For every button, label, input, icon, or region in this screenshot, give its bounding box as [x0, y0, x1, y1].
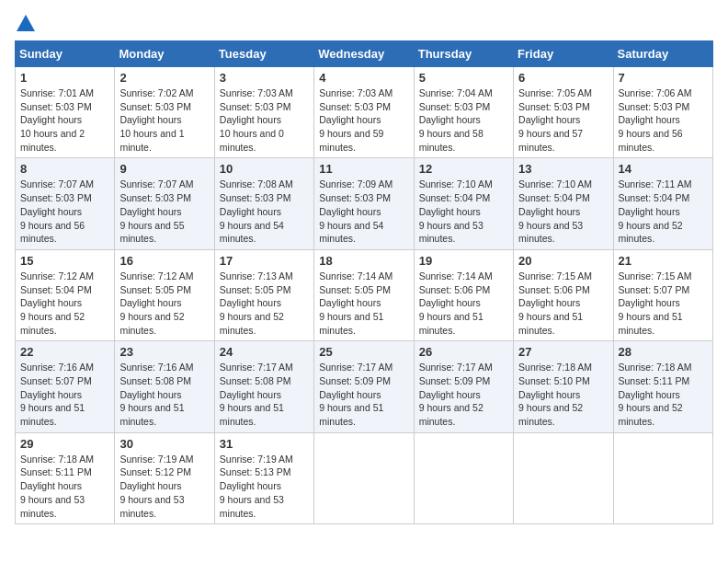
day-number: 24 — [220, 345, 309, 359]
cell-info: Sunrise: 7:03 AM Sunset: 5:03 PM Dayligh… — [319, 86, 408, 154]
day-number: 13 — [518, 162, 608, 176]
cell-info: Sunrise: 7:19 AM Sunset: 5:13 PM Dayligh… — [220, 453, 309, 520]
cell-info: Sunrise: 7:01 AM Sunset: 5:03 PM Dayligh… — [20, 86, 109, 154]
column-header-monday: Monday — [115, 41, 214, 67]
calendar-cell: 5 Sunrise: 7:04 AM Sunset: 5:03 PM Dayli… — [414, 67, 513, 158]
calendar-cell: 3 Sunrise: 7:03 AM Sunset: 5:03 PM Dayli… — [214, 67, 313, 158]
calendar-cell: 26 Sunrise: 7:17 AM Sunset: 5:09 PM Dayl… — [414, 341, 513, 432]
calendar-cell — [414, 432, 513, 523]
calendar-cell: 31 Sunrise: 7:19 AM Sunset: 5:13 PM Dayl… — [214, 432, 313, 523]
day-number: 28 — [619, 345, 708, 359]
calendar-cell — [613, 432, 712, 523]
day-number: 31 — [220, 437, 309, 451]
day-number: 10 — [220, 162, 309, 176]
calendar-cell: 17 Sunrise: 7:13 AM Sunset: 5:05 PM Dayl… — [214, 249, 313, 340]
day-number: 25 — [319, 345, 408, 359]
cell-info: Sunrise: 7:07 AM Sunset: 5:03 PM Dayligh… — [20, 178, 109, 245]
calendar-cell: 10 Sunrise: 7:08 AM Sunset: 5:03 PM Dayl… — [214, 158, 313, 249]
calendar-cell: 22 Sunrise: 7:16 AM Sunset: 5:07 PM Dayl… — [16, 341, 115, 432]
day-number: 14 — [619, 162, 708, 176]
cell-info: Sunrise: 7:18 AM Sunset: 5:11 PM Dayligh… — [619, 361, 708, 428]
cell-info: Sunrise: 7:15 AM Sunset: 5:06 PM Dayligh… — [518, 270, 608, 337]
column-header-thursday: Thursday — [414, 41, 513, 67]
day-number: 1 — [20, 71, 109, 85]
cell-info: Sunrise: 7:11 AM Sunset: 5:04 PM Dayligh… — [619, 178, 708, 245]
calendar-table: SundayMondayTuesdayWednesdayThursdayFrid… — [15, 40, 713, 524]
cell-info: Sunrise: 7:17 AM Sunset: 5:09 PM Dayligh… — [419, 361, 508, 428]
calendar-cell: 11 Sunrise: 7:09 AM Sunset: 5:03 PM Dayl… — [314, 158, 414, 249]
cell-info: Sunrise: 7:18 AM Sunset: 5:11 PM Dayligh… — [20, 453, 109, 520]
calendar-cell: 12 Sunrise: 7:10 AM Sunset: 5:04 PM Dayl… — [414, 158, 513, 249]
cell-info: Sunrise: 7:15 AM Sunset: 5:07 PM Dayligh… — [619, 270, 708, 337]
calendar-cell: 23 Sunrise: 7:16 AM Sunset: 5:08 PM Dayl… — [115, 341, 214, 432]
calendar-week-row: 15 Sunrise: 7:12 AM Sunset: 5:04 PM Dayl… — [16, 249, 713, 340]
calendar-cell: 24 Sunrise: 7:17 AM Sunset: 5:08 PM Dayl… — [214, 341, 313, 432]
day-number: 16 — [119, 254, 209, 268]
calendar-cell: 15 Sunrise: 7:12 AM Sunset: 5:04 PM Dayl… — [16, 249, 115, 340]
cell-info: Sunrise: 7:10 AM Sunset: 5:04 PM Dayligh… — [419, 178, 508, 245]
calendar-cell: 9 Sunrise: 7:07 AM Sunset: 5:03 PM Dayli… — [115, 158, 214, 249]
day-number: 7 — [619, 71, 708, 85]
cell-info: Sunrise: 7:13 AM Sunset: 5:05 PM Dayligh… — [220, 270, 309, 337]
cell-info: Sunrise: 7:17 AM Sunset: 5:09 PM Dayligh… — [319, 361, 408, 428]
day-number: 21 — [619, 254, 708, 268]
calendar-cell: 19 Sunrise: 7:14 AM Sunset: 5:06 PM Dayl… — [414, 249, 513, 340]
day-number: 2 — [119, 71, 209, 85]
column-header-tuesday: Tuesday — [214, 41, 313, 67]
calendar-cell: 8 Sunrise: 7:07 AM Sunset: 5:03 PM Dayli… — [16, 158, 115, 249]
day-number: 27 — [518, 345, 608, 359]
cell-info: Sunrise: 7:17 AM Sunset: 5:08 PM Dayligh… — [220, 361, 309, 428]
calendar-cell: 1 Sunrise: 7:01 AM Sunset: 5:03 PM Dayli… — [16, 67, 115, 158]
calendar-cell: 27 Sunrise: 7:18 AM Sunset: 5:10 PM Dayl… — [514, 341, 613, 432]
day-number: 11 — [319, 162, 408, 176]
day-number: 18 — [319, 254, 408, 268]
calendar-cell — [514, 432, 613, 523]
cell-info: Sunrise: 7:04 AM Sunset: 5:03 PM Dayligh… — [419, 86, 508, 154]
day-number: 29 — [20, 437, 109, 451]
calendar-cell — [314, 432, 414, 523]
calendar-week-row: 8 Sunrise: 7:07 AM Sunset: 5:03 PM Dayli… — [16, 158, 713, 249]
day-number: 23 — [119, 345, 209, 359]
cell-info: Sunrise: 7:16 AM Sunset: 5:07 PM Dayligh… — [20, 361, 109, 428]
calendar-cell: 14 Sunrise: 7:11 AM Sunset: 5:04 PM Dayl… — [613, 158, 712, 249]
day-number: 19 — [419, 254, 508, 268]
calendar-cell: 30 Sunrise: 7:19 AM Sunset: 5:12 PM Dayl… — [115, 432, 214, 523]
cell-info: Sunrise: 7:14 AM Sunset: 5:05 PM Dayligh… — [319, 270, 408, 337]
cell-info: Sunrise: 7:16 AM Sunset: 5:08 PM Dayligh… — [119, 361, 209, 428]
day-number: 9 — [119, 162, 209, 176]
day-number: 15 — [20, 254, 109, 268]
day-number: 6 — [518, 71, 608, 85]
calendar-cell: 25 Sunrise: 7:17 AM Sunset: 5:09 PM Dayl… — [314, 341, 414, 432]
day-number: 17 — [220, 254, 309, 268]
cell-info: Sunrise: 7:19 AM Sunset: 5:12 PM Dayligh… — [119, 453, 209, 520]
cell-info: Sunrise: 7:14 AM Sunset: 5:06 PM Dayligh… — [419, 270, 508, 337]
logo-triangle-icon — [17, 15, 35, 31]
calendar-cell: 7 Sunrise: 7:06 AM Sunset: 5:03 PM Dayli… — [613, 67, 712, 158]
calendar-cell: 28 Sunrise: 7:18 AM Sunset: 5:11 PM Dayl… — [613, 341, 712, 432]
cell-info: Sunrise: 7:12 AM Sunset: 5:05 PM Dayligh… — [119, 270, 209, 337]
calendar-week-row: 22 Sunrise: 7:16 AM Sunset: 5:07 PM Dayl… — [16, 341, 713, 432]
day-number: 12 — [419, 162, 508, 176]
cell-info: Sunrise: 7:05 AM Sunset: 5:03 PM Dayligh… — [518, 86, 608, 154]
calendar-cell: 21 Sunrise: 7:15 AM Sunset: 5:07 PM Dayl… — [613, 249, 712, 340]
column-header-sunday: Sunday — [16, 41, 115, 67]
cell-info: Sunrise: 7:06 AM Sunset: 5:03 PM Dayligh… — [619, 86, 708, 154]
calendar-cell: 4 Sunrise: 7:03 AM Sunset: 5:03 PM Dayli… — [314, 67, 414, 158]
page-header — [15, 15, 713, 33]
calendar-cell: 6 Sunrise: 7:05 AM Sunset: 5:03 PM Dayli… — [514, 67, 613, 158]
calendar-week-row: 29 Sunrise: 7:18 AM Sunset: 5:11 PM Dayl… — [16, 432, 713, 523]
calendar-cell: 13 Sunrise: 7:10 AM Sunset: 5:04 PM Dayl… — [514, 158, 613, 249]
column-header-saturday: Saturday — [613, 41, 712, 67]
day-number: 3 — [220, 71, 309, 85]
calendar-cell: 16 Sunrise: 7:12 AM Sunset: 5:05 PM Dayl… — [115, 249, 214, 340]
day-number: 22 — [20, 345, 109, 359]
day-number: 26 — [419, 345, 508, 359]
cell-info: Sunrise: 7:02 AM Sunset: 5:03 PM Dayligh… — [119, 86, 209, 154]
calendar-cell: 18 Sunrise: 7:14 AM Sunset: 5:05 PM Dayl… — [314, 249, 414, 340]
day-number: 8 — [20, 162, 109, 176]
calendar-cell: 20 Sunrise: 7:15 AM Sunset: 5:06 PM Dayl… — [514, 249, 613, 340]
cell-info: Sunrise: 7:03 AM Sunset: 5:03 PM Dayligh… — [220, 86, 309, 154]
cell-info: Sunrise: 7:07 AM Sunset: 5:03 PM Dayligh… — [119, 178, 209, 245]
day-number: 4 — [319, 71, 408, 85]
calendar-header-row: SundayMondayTuesdayWednesdayThursdayFrid… — [16, 41, 713, 67]
